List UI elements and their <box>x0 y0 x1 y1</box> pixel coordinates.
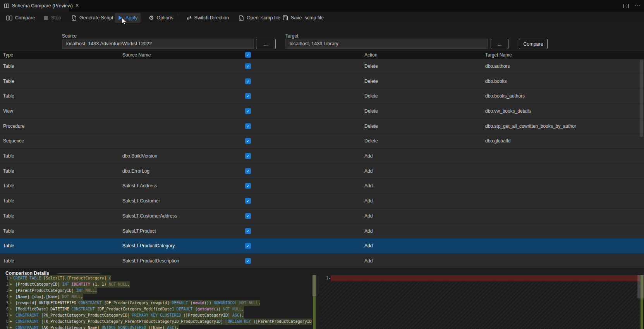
source-input[interactable] <box>62 39 254 49</box>
generate-script-button[interactable]: Generate Script <box>68 12 117 24</box>
table-row[interactable]: Table ✓ Delete dbo.books <box>0 74 644 89</box>
switch-direction-button[interactable]: ⇄ Switch Direction <box>184 12 232 24</box>
row-checkbox[interactable]: ✓ <box>245 123 251 129</box>
table-row[interactable]: Table SalesLT.Customer ✓ Add <box>0 194 644 209</box>
close-icon[interactable]: × <box>76 3 79 9</box>
toolbar-separator <box>229 14 229 21</box>
table-row[interactable]: Table dbo.ErrorLog ✓ Add <box>0 164 644 179</box>
row-checkbox[interactable]: ✓ <box>245 93 251 99</box>
target-input[interactable] <box>285 39 488 49</box>
row-source-name: SalesLT.CustomerAddress <box>122 213 177 219</box>
play-icon <box>118 15 123 21</box>
row-checkbox[interactable]: ✓ <box>245 228 251 234</box>
diff-editor: 1+CREATE TABLE [SalesLT].[ProductCategor… <box>0 275 644 329</box>
code-line: 9+ CONSTRAINT [AK_ProductCategory_Name] … <box>0 325 318 329</box>
column-header-action[interactable]: Action <box>364 52 377 58</box>
column-header-type[interactable]: Type <box>3 52 13 58</box>
column-header-source-name[interactable]: Source Name <box>122 52 151 58</box>
code-line: 8+ CONSTRAINT [FK_ProductCategory_Produc… <box>0 319 318 325</box>
stop-button[interactable]: Stop <box>40 12 64 24</box>
row-checkbox[interactable]: ✓ <box>245 168 251 174</box>
save-scmp-button[interactable]: Save .scmp file <box>280 12 327 24</box>
row-action: Add <box>364 258 373 264</box>
tab-schema-compare[interactable]: Schema Compare (Preview) × <box>0 0 69 12</box>
row-checkbox[interactable]: ✓ <box>245 63 251 69</box>
row-checkbox[interactable]: ✓ <box>245 138 251 144</box>
row-checkbox[interactable]: ✓ <box>245 78 251 84</box>
table-row[interactable]: Table SalesLT.Product ✓ Add <box>0 224 644 239</box>
tab-bar: Schema Compare (Preview) × ⋯ <box>0 0 644 12</box>
row-action: Delete <box>364 123 378 129</box>
row-source-name: SalesLT.ProductCategory <box>122 243 175 248</box>
diff-empty-region <box>321 281 640 329</box>
left-scrollbar[interactable] <box>312 275 316 329</box>
source-browse-button[interactable]: ... <box>256 39 276 49</box>
row-type: Table <box>3 198 14 204</box>
save-icon <box>283 15 288 21</box>
compare-button[interactable]: Compare <box>3 12 38 24</box>
row-checkbox[interactable]: ✓ <box>245 258 251 264</box>
split-editor-icon[interactable] <box>623 3 629 9</box>
row-checkbox[interactable]: ✓ <box>245 213 251 219</box>
row-type: Sequence <box>3 138 24 144</box>
right-scrollbar[interactable] <box>640 275 644 329</box>
code-line: 2+ [ProductCategoryID] INT IDENTITY (1, … <box>0 281 318 288</box>
code-line: 1+CREATE TABLE [SalesLT].[ProductCategor… <box>0 275 318 281</box>
switch-direction-icon: ⇄ <box>187 14 192 21</box>
row-checkbox[interactable]: ✓ <box>245 108 251 114</box>
row-target-name: dbo.authors <box>485 63 510 69</box>
column-header-target-name[interactable]: Target Name <box>485 52 512 58</box>
row-source-name: SalesLT.Product <box>122 228 156 234</box>
table-row[interactable]: Table SalesLT.CustomerAddress ✓ Add <box>0 209 644 224</box>
diff-target-pane[interactable]: 1- <box>321 275 644 329</box>
row-checkbox[interactable]: ✓ <box>245 198 251 204</box>
compare-run-button[interactable]: Compare <box>519 39 548 49</box>
left-scrollbar-thumb[interactable] <box>312 275 316 296</box>
row-checkbox[interactable]: ✓ <box>245 183 251 189</box>
table-row[interactable]: Table ✓ Delete dbo.authors <box>0 59 644 74</box>
table-row[interactable]: Table dbo.BuildVersion ✓ Add <box>0 149 644 164</box>
apply-button[interactable]: Apply <box>115 13 141 23</box>
table-row[interactable]: Table SalesLT.ProductDescription ✓ Add <box>0 254 644 269</box>
row-source-name: dbo.BuildVersion <box>122 153 157 159</box>
row-action: Add <box>364 213 373 219</box>
code-line: 6+ [ModifiedDate] DATETIME CONSTRAINT [D… <box>0 306 318 312</box>
compare-icon <box>6 15 12 21</box>
row-checkbox[interactable]: ✓ <box>245 243 251 249</box>
row-source-name: SalesLT.Customer <box>122 198 160 204</box>
details-divider <box>57 273 100 274</box>
target-line-number: 1- <box>321 275 331 281</box>
row-source-name: dbo.ErrorLog <box>122 168 149 174</box>
diff-source-pane[interactable]: 1+CREATE TABLE [SalesLT].[ProductCategor… <box>0 275 318 329</box>
table-row[interactable]: Table ✓ Delete dbo.books_authors <box>0 89 644 104</box>
select-all-checkbox[interactable]: ✓ <box>245 52 251 58</box>
target-label: Target <box>285 33 298 39</box>
diff-removed-line <box>331 275 641 281</box>
right-scrollbar-thumb[interactable] <box>637 275 644 298</box>
row-target-name: dbo.vw_books_details <box>485 108 531 114</box>
table-row[interactable]: Table SalesLT.ProductCategory ✓ Add <box>0 238 644 254</box>
row-type: Table <box>3 258 14 264</box>
row-type: Table <box>3 168 14 174</box>
row-action: Add <box>364 153 373 159</box>
row-type: Table <box>3 79 14 84</box>
row-target-name: dbo.books <box>485 79 507 84</box>
editor-actions: ⋯ <box>623 0 640 12</box>
table-row[interactable]: Table SalesLT.Address ✓ Add <box>0 179 644 194</box>
grid-scrollbar[interactable] <box>640 60 643 137</box>
code-line: 3+ [ParentProductCategoryID] INT NULL, <box>0 288 318 294</box>
table-row[interactable]: Sequence ✓ Delete dbo.globalId <box>0 134 644 149</box>
more-actions-icon[interactable]: ⋯ <box>634 3 640 9</box>
open-scmp-button[interactable]: Open .scmp file <box>235 12 283 24</box>
code-line: 5+ [rowguid] UNIQUEIDENTIFIER CONSTRAINT… <box>0 300 318 306</box>
generate-script-icon <box>71 15 77 21</box>
options-button[interactable]: ⚙ Options <box>146 12 177 24</box>
toolbar: Compare Stop Generate Script Apply ⚙ Opt… <box>0 12 644 24</box>
open-file-icon <box>239 15 244 21</box>
target-browse-button[interactable]: ... <box>491 39 508 49</box>
table-row[interactable]: Procedure ✓ Delete dbo.stp_get_all_cowri… <box>0 119 644 134</box>
toolbar-separator <box>178 14 178 21</box>
row-checkbox[interactable]: ✓ <box>245 153 251 159</box>
table-row[interactable]: View ✓ Delete dbo.vw_books_details <box>0 104 644 119</box>
row-action: Delete <box>364 79 378 84</box>
